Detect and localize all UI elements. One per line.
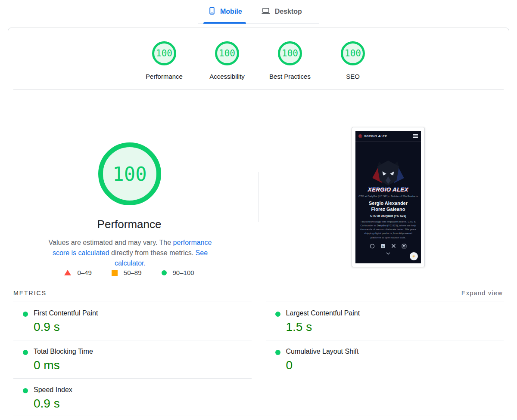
hero-name: Sergio Alexander Florez Galeano xyxy=(362,201,414,213)
metric-value: 0.9 s xyxy=(34,320,252,334)
legend-pass: 90–100 xyxy=(162,269,194,276)
legend-fail: 0–49 xyxy=(64,269,91,276)
pass-dot-icon xyxy=(275,312,280,317)
report-card: 100 Performance 100 Accessibility 100 Be… xyxy=(8,28,509,420)
screenshot-site-header: XERGIO ALEX xyxy=(355,131,421,142)
metrics-bottom-divider xyxy=(13,416,504,416)
metric-value: 0 ms xyxy=(34,358,252,372)
average-square-icon xyxy=(112,270,118,276)
seo-score-label: SEO xyxy=(346,73,360,80)
metric-label: First Contentful Paint xyxy=(34,309,252,317)
metric-first-contentful-paint: First Contentful Paint 0.9 s xyxy=(13,302,252,340)
legend-average: 50–89 xyxy=(112,269,142,276)
metric-value: 1.5 s xyxy=(286,320,504,334)
metric-largest-contentful-paint: Largest Contentful Paint 1.5 s xyxy=(266,302,504,340)
active-tab-indicator xyxy=(203,22,246,24)
hero-bio: I build technology that empowers teams. … xyxy=(358,220,418,240)
tab-desktop-label: Desktop xyxy=(275,8,302,15)
metric-speed-index: Speed Index 0.9 s xyxy=(13,378,252,417)
metric-cumulative-layout-shift: Cumulative Layout Shift 0 xyxy=(266,340,504,378)
score-legend: 0–49 50–89 90–100 xyxy=(8,269,250,276)
performance-gauge-title: Performance xyxy=(8,218,250,231)
legend-pass-label: 90–100 xyxy=(173,269,194,276)
pass-dot-icon xyxy=(275,350,280,355)
mascot-image xyxy=(366,160,411,187)
score-disclaimer: Values are estimated and may vary. The p… xyxy=(43,238,217,269)
social-icons-row: in xyxy=(355,244,421,249)
svg-text:in: in xyxy=(382,245,384,248)
score-item-performance[interactable]: 100 Performance xyxy=(133,41,196,80)
device-tabstrip: Mobile Desktop xyxy=(198,0,319,24)
legend-average-label: 50–89 xyxy=(124,269,142,276)
expand-view-button[interactable]: Expand view xyxy=(461,290,503,296)
metric-value: 0.9 s xyxy=(34,397,252,411)
metrics-grid: First Contentful Paint 0.9 s Largest Con… xyxy=(13,302,504,417)
instagram-icon xyxy=(402,244,407,249)
tab-mobile-label: Mobile xyxy=(220,8,242,15)
tab-desktop[interactable]: Desktop xyxy=(261,7,302,16)
best-practices-score-circle: 100 xyxy=(278,41,302,65)
best-practices-score-label: Best Practices xyxy=(269,73,311,80)
screenshot-hero: XERGIO ALEX CTO at DailyBot (YC S21) · B… xyxy=(355,142,421,255)
accessibility-score-label: Accessibility xyxy=(209,73,245,80)
hero-role: CTO at DailyBot (YC S21) xyxy=(355,214,421,217)
dailybot-link: DailyBot (YC S21) xyxy=(377,224,398,227)
tab-mobile[interactable]: Mobile xyxy=(208,7,242,16)
site-header-title: XERGIO ALEX xyxy=(364,135,387,138)
pass-dot-icon xyxy=(23,350,28,355)
fail-triangle-icon xyxy=(64,270,71,275)
score-item-best-practices[interactable]: 100 Best Practices xyxy=(258,41,321,80)
pass-dot-icon xyxy=(23,388,28,393)
screenshot-content: XERGIO ALEX XERGIO ALEX C xyxy=(355,131,421,263)
desktop-laptop-icon xyxy=(261,7,271,16)
metric-label: Speed Index xyxy=(34,386,252,394)
disclaimer-text: directly from these metrics. xyxy=(109,249,196,256)
score-item-accessibility[interactable]: 100 Accessibility xyxy=(196,41,258,80)
mobile-phone-icon xyxy=(208,7,216,16)
seo-score-circle: 100 xyxy=(341,41,365,65)
performance-score-label: Performance xyxy=(146,73,183,80)
hamburger-menu-icon xyxy=(413,134,418,138)
performance-gauge: 100 xyxy=(98,142,161,205)
x-icon xyxy=(391,244,396,248)
pagespeed-report: Mobile Desktop 100 Performance 100 Acces… xyxy=(0,0,517,420)
github-icon xyxy=(370,244,375,249)
score-item-seo[interactable]: 100 SEO xyxy=(321,41,384,80)
performance-score-circle: 100 xyxy=(152,41,176,65)
category-score-row: 100 Performance 100 Accessibility 100 Be… xyxy=(8,41,509,80)
linkedin-icon: in xyxy=(380,244,386,249)
vertical-divider xyxy=(258,172,259,222)
site-logo-icon xyxy=(358,134,362,138)
legend-fail-label: 0–49 xyxy=(77,269,91,276)
theme-toggle-sun-icon: ☀ xyxy=(410,252,418,260)
accessibility-score-circle: 100 xyxy=(215,41,239,65)
disclaimer-text: Values are estimated and may vary. The xyxy=(49,239,173,246)
hero-logo-text: XERGIO ALEX xyxy=(355,186,421,193)
section-divider xyxy=(13,90,504,90)
metric-empty-cell xyxy=(266,378,504,417)
page-screenshot-thumbnail[interactable]: XERGIO ALEX XERGIO ALEX C xyxy=(352,127,425,267)
metric-label: Largest Contentful Paint xyxy=(286,309,504,317)
pass-dot-icon xyxy=(23,312,28,317)
metric-label: Total Blocking Time xyxy=(34,348,252,355)
pass-circle-icon xyxy=(162,270,167,275)
metric-value: 0 xyxy=(286,358,504,372)
metric-label: Cumulative Layout Shift xyxy=(286,348,504,355)
hero-tagline: CTO at DailyBot (YC S21) · Builder of 20… xyxy=(355,195,421,198)
metrics-section-title: METRICS xyxy=(13,290,47,296)
performance-gauge-score: 100 xyxy=(112,163,146,185)
metric-total-blocking-time: Total Blocking Time 0 ms xyxy=(13,340,252,378)
